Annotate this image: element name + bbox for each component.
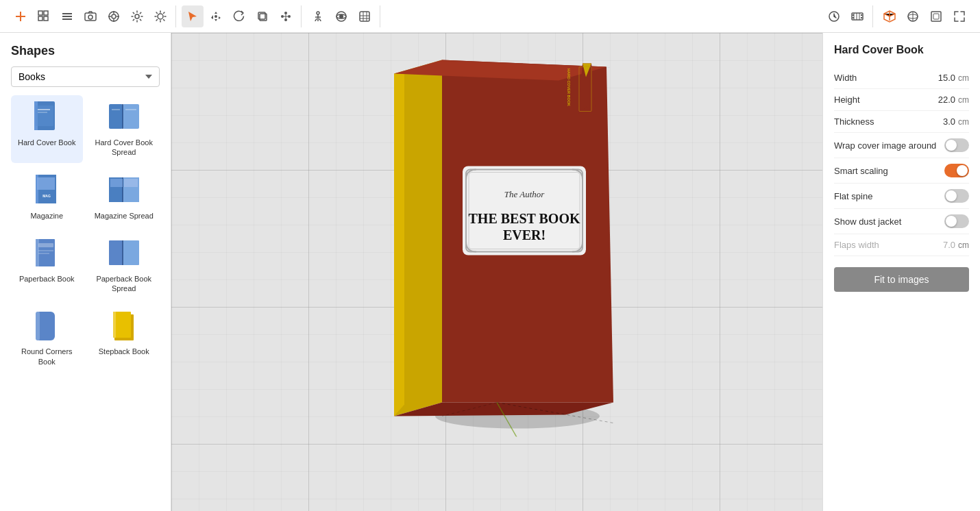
shape-item-hard-cover-book[interactable]: Hard Cover Book [11,95,83,163]
shape-item-hard-cover-spread[interactable]: Hard Cover Book Spread [88,95,160,163]
height-unit: cm [958,95,969,105]
thickness-value: 3.0 cm [943,116,969,127]
svg-text:MAG: MAG [42,194,51,198]
width-label: Width [834,73,857,83]
shape-item-paperback-spread[interactable]: Paperback Book Spread [88,232,160,299]
svg-point-36 [317,12,319,14]
grid-button[interactable] [33,5,55,27]
toolbar-group-center [177,5,302,27]
svg-rect-72 [37,177,55,190]
settings-button[interactable] [126,5,148,27]
cube-view-button[interactable] [879,5,901,27]
film-tool-button[interactable] [846,5,868,27]
svg-rect-84 [109,240,123,265]
fit-to-images-button[interactable]: Fit to images [834,267,969,292]
svg-text:EVER!: EVER! [503,227,546,242]
shape-icon-stepback [107,310,141,344]
svg-rect-65 [109,104,123,129]
svg-rect-1 [16,16,25,17]
duplicate-tool-button[interactable] [252,5,273,27]
wrap-cover-toggle[interactable] [944,138,969,152]
width-row: Width 15.0 cm [834,67,969,89]
shape-label-hard-cover-book: Hard Cover Book [18,138,75,147]
shape-item-round-corners[interactable]: Round Corners Book [11,304,83,372]
shape-icon-magazine-spread [107,174,141,208]
svg-rect-82 [38,250,53,251]
shapes-grid: Hard Cover Book Hard Cover Book Spread [11,95,160,372]
sun-button[interactable] [149,5,171,27]
menu-button[interactable] [56,5,78,27]
svg-line-23 [156,12,157,13]
clock-tool-button[interactable] [823,5,845,27]
svg-rect-77 [110,179,123,187]
shape-label-paperback: Paperback Book [19,274,75,284]
surface-tool-button[interactable] [354,5,376,27]
svg-rect-8 [62,18,72,20]
show-dust-jacket-toggle-thumb [946,216,957,227]
rotate-tool-button[interactable] [228,5,250,27]
wrap-cover-row: Wrap cover image around [834,133,969,158]
canvas-area[interactable]: HARD COVER BOOK The Author THE BEST BOOK… [171,33,822,511]
target-button[interactable] [103,5,125,27]
shape-label-round-corners: Round Corners Book [14,347,80,366]
frame-view-button[interactable] [925,5,947,27]
flat-spine-toggle-thumb [946,190,957,201]
svg-rect-59 [933,14,939,19]
svg-text:THE BEST BOOK: THE BEST BOOK [468,210,580,225]
orbit-tool-button[interactable] [330,5,352,27]
wrap-cover-label: Wrap cover image around [834,140,936,151]
width-value: 15.0 cm [938,73,969,83]
shape-icon-magazine: MAG [29,174,64,208]
svg-line-25 [156,19,157,20]
shape-label-hard-cover-spread: Hard Cover Book Spread [91,138,158,158]
shape-icon-hard-cover-book [29,101,64,135]
smart-scaling-toggle-thumb [957,165,968,176]
svg-rect-78 [124,179,138,187]
flat-spine-toggle[interactable] [944,189,969,203]
wrap-cover-toggle-thumb [946,140,957,151]
thickness-unit: cm [958,117,969,127]
node-tool-button[interactable] [275,5,297,27]
sidebar-title: Shapes [11,44,160,58]
thickness-number: 3.0 [943,116,955,127]
height-row: Height 22.0 cm [834,89,969,111]
toolbar-group-right [819,5,873,27]
shapes-category-dropdown[interactable]: Books Magazines Boxes Bottles [11,66,160,87]
thickness-label: Thickness [834,116,874,127]
svg-rect-51 [853,14,854,16]
shape-item-magazine-spread[interactable]: Magazine Spread [88,169,160,226]
svg-rect-4 [38,16,42,21]
svg-rect-52 [853,17,854,18]
svg-rect-6 [62,13,72,14]
smart-scaling-toggle[interactable] [944,164,969,177]
shape-item-stepback[interactable]: Stepback Book [88,304,160,372]
add-button[interactable] [10,5,32,27]
fullscreen-button[interactable] [948,5,970,27]
flat-spine-row: Flat spine [834,184,969,209]
svg-rect-5 [44,16,48,21]
shape-item-paperback[interactable]: Paperback Book [11,232,83,299]
move-tool-button[interactable] [205,5,227,27]
width-unit: cm [958,73,969,83]
shape-label-magazine-spread: Magazine Spread [95,211,154,221]
height-value: 22.0 cm [938,95,969,105]
flaps-width-row: Flaps width 7.0 cm [834,234,969,256]
camera-button[interactable] [79,5,101,27]
select-tool-button[interactable] [182,5,204,27]
toolbar-group-left [5,5,176,27]
svg-rect-62 [36,105,53,126]
shape-item-magazine[interactable]: MAG Magazine [11,169,83,226]
height-number: 22.0 [938,95,955,105]
svg-line-26 [164,12,164,13]
sphere-view-button[interactable] [902,5,924,27]
svg-rect-54 [861,17,862,18]
svg-rect-3 [44,11,48,15]
svg-rect-58 [931,12,941,21]
show-dust-jacket-toggle[interactable] [944,214,969,228]
width-number: 15.0 [938,73,955,83]
shape-label-magazine: Magazine [30,211,63,221]
svg-text:The Author: The Author [504,188,546,199]
anchor-tool-button[interactable] [307,5,329,27]
svg-rect-2 [38,11,42,15]
svg-marker-97 [394,71,404,416]
